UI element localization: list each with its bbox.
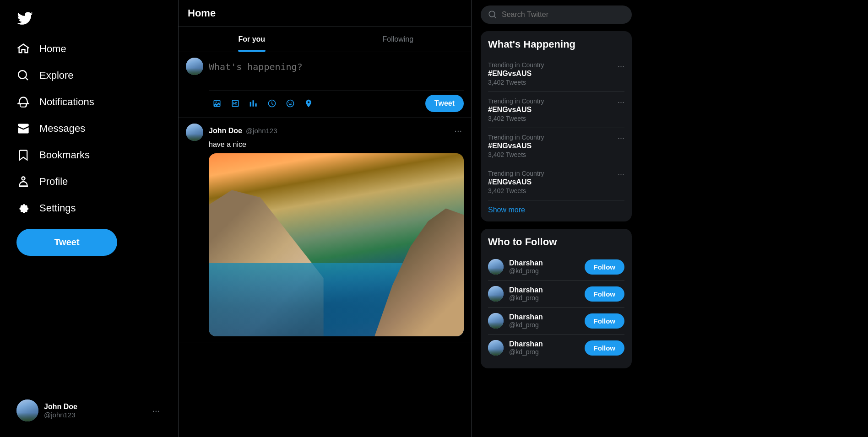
right-sidebar: What's Happening Trending in Country #EN… xyxy=(472,0,641,437)
compose-icons xyxy=(209,95,317,112)
avatar xyxy=(16,399,38,421)
follow-item-1: Dharshan @kd_prog Follow xyxy=(488,281,624,308)
location-icon[interactable] xyxy=(300,95,317,112)
main-nav: Home Explore Notifications Messages Book… xyxy=(9,36,169,221)
image-upload-icon[interactable] xyxy=(209,95,225,112)
search-input[interactable] xyxy=(502,11,624,19)
left-sidebar: Home Explore Notifications Messages Book… xyxy=(0,0,179,437)
tweet-body: John Doe @john123 ··· have a nice xyxy=(209,124,464,336)
nav-home[interactable]: Home xyxy=(9,36,169,62)
nav-explore-label: Explore xyxy=(39,70,74,81)
poll-icon[interactable] xyxy=(245,95,262,112)
tweet-button[interactable]: Tweet xyxy=(16,229,117,256)
tweet-user-info: John Doe @john123 xyxy=(209,127,277,135)
tweet-user-handle: @john123 xyxy=(246,127,277,135)
nav-settings[interactable]: Settings xyxy=(9,195,169,221)
bell-icon xyxy=(16,95,30,109)
main-header: Home xyxy=(179,0,471,27)
nav-explore[interactable]: Explore xyxy=(9,62,169,89)
nav-messages[interactable]: Messages xyxy=(9,115,169,142)
tweet-more-icon[interactable]: ··· xyxy=(452,124,464,138)
trending-item-0[interactable]: Trending in Country #ENGvsAUS 3,402 Twee… xyxy=(488,56,624,92)
user-info: John Doe @john123 xyxy=(44,403,150,419)
home-icon xyxy=(16,42,30,56)
trending-count-2: 3,402 Tweets xyxy=(488,151,624,158)
follow-name-2: Dharshan xyxy=(509,313,579,321)
tweet-text: have a nice xyxy=(209,140,464,150)
trending-label-0: Trending in Country xyxy=(488,61,624,69)
user-more-icon[interactable]: ··· xyxy=(150,404,162,418)
compose-divider xyxy=(209,91,464,91)
trending-count-0: 3,402 Tweets xyxy=(488,79,624,86)
follow-info-3: Dharshan @kd_prog xyxy=(509,340,579,356)
tab-following[interactable]: Following xyxy=(325,27,472,52)
trending-count-3: 3,402 Tweets xyxy=(488,187,624,194)
follow-handle-0: @kd_prog xyxy=(509,267,579,275)
user-handle: @john123 xyxy=(44,411,150,419)
trending-label-3: Trending in Country xyxy=(488,170,624,177)
trending-item-2[interactable]: Trending in Country #ENGvsAUS 3,402 Twee… xyxy=(488,128,624,164)
nav-bookmarks-label: Bookmarks xyxy=(39,149,90,161)
compose-input[interactable] xyxy=(209,58,464,87)
twitter-logo xyxy=(9,5,169,34)
follow-name-3: Dharshan xyxy=(509,340,579,348)
tab-for-you[interactable]: For you xyxy=(179,27,325,52)
tweet-submit-button[interactable]: Tweet xyxy=(425,95,464,112)
compose-area: Tweet xyxy=(179,52,471,118)
show-more-link[interactable]: Show more xyxy=(488,206,624,214)
trending-label-2: Trending in Country xyxy=(488,134,624,141)
trending-dots-0[interactable]: ··· xyxy=(618,61,624,71)
search-icon xyxy=(16,69,30,82)
trending-tag-2: #ENGvsAUS xyxy=(488,142,624,150)
who-to-follow-title: Who to Follow xyxy=(488,236,624,248)
trending-item-3[interactable]: Trending in Country #ENGvsAUS 3,402 Twee… xyxy=(488,164,624,200)
follow-avatar-2 xyxy=(488,313,504,329)
trending-dots-3[interactable]: ··· xyxy=(618,170,624,179)
follow-item-0: Dharshan @kd_prog Follow xyxy=(488,254,624,281)
follow-info-2: Dharshan @kd_prog xyxy=(509,313,579,329)
follow-info-0: Dharshan @kd_prog xyxy=(509,259,579,275)
follow-button-0[interactable]: Follow xyxy=(585,259,625,275)
follow-button-2[interactable]: Follow xyxy=(585,313,625,329)
trending-item-1[interactable]: Trending in Country #ENGvsAUS 3,402 Twee… xyxy=(488,92,624,128)
follow-handle-3: @kd_prog xyxy=(509,348,579,356)
nav-notifications-label: Notifications xyxy=(39,96,94,108)
main-content: Home For you Following xyxy=(179,0,472,437)
compose-input-area: Tweet xyxy=(209,58,464,112)
follow-name-1: Dharshan xyxy=(509,286,579,294)
nav-bookmarks[interactable]: Bookmarks xyxy=(9,142,169,168)
schedule-icon[interactable] xyxy=(264,95,280,112)
emoji-icon[interactable] xyxy=(282,95,298,112)
gear-icon xyxy=(16,201,30,215)
search-bar xyxy=(481,5,632,24)
trending-count-1: 3,402 Tweets xyxy=(488,115,624,122)
follow-button-1[interactable]: Follow xyxy=(585,286,625,302)
tweet-avatar xyxy=(186,124,203,141)
trending-dots-1[interactable]: ··· xyxy=(618,97,624,107)
tweet-user-name: John Doe xyxy=(209,127,242,135)
tweet-card[interactable]: John Doe @john123 ··· have a nice xyxy=(179,118,471,342)
envelope-icon xyxy=(16,122,30,135)
search-icon xyxy=(488,10,497,19)
compose-avatar xyxy=(186,58,203,75)
trending-tag-1: #ENGvsAUS xyxy=(488,106,624,114)
follow-handle-1: @kd_prog xyxy=(509,294,579,302)
follow-handle-2: @kd_prog xyxy=(509,321,579,329)
nav-profile-label: Profile xyxy=(39,176,68,188)
follow-name-0: Dharshan xyxy=(509,259,579,267)
trending-tag-0: #ENGvsAUS xyxy=(488,70,624,78)
follow-avatar-0 xyxy=(488,259,504,275)
nav-home-label: Home xyxy=(39,43,66,55)
user-profile-row[interactable]: John Doe @john123 ··· xyxy=(9,394,169,427)
page-title: Home xyxy=(188,7,216,19)
follow-item-3: Dharshan @kd_prog Follow xyxy=(488,334,624,361)
person-icon xyxy=(16,175,30,189)
follow-button-3[interactable]: Follow xyxy=(585,340,625,356)
gif-icon[interactable] xyxy=(227,95,244,112)
bookmark-icon xyxy=(16,148,30,162)
nav-notifications[interactable]: Notifications xyxy=(9,89,169,115)
nav-profile[interactable]: Profile xyxy=(9,168,169,195)
follow-avatar-3 xyxy=(488,340,504,356)
tweet-header: John Doe @john123 ··· xyxy=(209,124,464,138)
trending-dots-2[interactable]: ··· xyxy=(618,134,624,143)
